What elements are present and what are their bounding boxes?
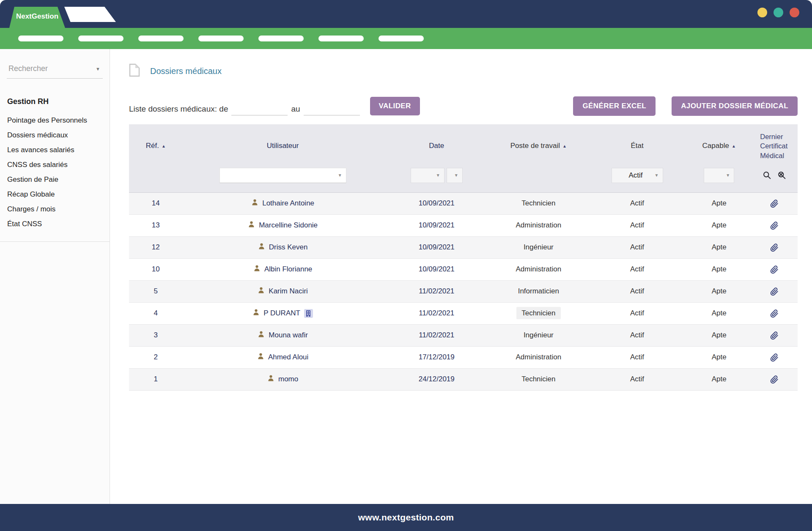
row-ref[interactable]: 12 (152, 243, 160, 251)
row-etat: Actif (587, 309, 687, 318)
paperclip-icon[interactable] (770, 199, 779, 207)
row-user-name[interactable]: Marcelline Sidonie (259, 221, 318, 230)
row-etat: Actif (587, 243, 687, 252)
row-ref[interactable]: 5 (154, 287, 158, 295)
row-poste: Informaticien (518, 287, 559, 295)
table-row[interactable]: 14 Lothaire Antoine 10/09/2021 Technicie… (129, 193, 798, 215)
row-poste: Ingénieur (524, 331, 554, 339)
sidebar-item[interactable]: CNSS des salariés (7, 157, 102, 172)
sidebar-item[interactable]: Les avances salariés (7, 142, 102, 157)
table-row[interactable]: 5 Karim Naciri 11/02/2021 Informaticien … (129, 281, 798, 303)
row-ref[interactable]: 14 (152, 199, 160, 207)
nav-pill[interactable] (379, 36, 424, 41)
row-user-name[interactable]: Lothaire Antoine (262, 199, 314, 208)
search-icon[interactable] (763, 171, 771, 180)
nav-pill[interactable] (258, 36, 304, 41)
column-header-capable[interactable]: Capable▲ (687, 142, 751, 150)
row-user-name[interactable]: P DURANT (263, 309, 300, 318)
row-ref[interactable]: 1 (154, 375, 158, 383)
date-month-filter-select[interactable]: ▼ (411, 168, 444, 183)
paperclip-icon[interactable] (770, 221, 779, 229)
row-ref[interactable]: 4 (154, 309, 158, 317)
row-ref[interactable]: 2 (154, 353, 158, 361)
row-date: 10/09/2021 (383, 221, 490, 230)
paperclip-icon[interactable] (770, 353, 779, 361)
row-user-name[interactable]: Ahmed Aloui (268, 353, 308, 361)
brand-tab[interactable]: NextGestion (9, 7, 65, 28)
row-capable: Apte (687, 375, 751, 383)
sidebar-item[interactable]: État CNSS (7, 216, 102, 231)
maximize-dot-icon[interactable] (774, 8, 783, 17)
row-user-name[interactable]: Driss Keven (269, 243, 308, 252)
table-row[interactable]: 1 momo 24/12/2019 Technicien Actif Apte (129, 369, 798, 391)
sidebar-item[interactable]: Dossiers médicaux (7, 128, 102, 142)
date-to-input[interactable] (304, 104, 360, 115)
row-user-name[interactable]: Mouna wafir (269, 331, 308, 339)
sidebar-item[interactable]: Récap Globale (7, 187, 102, 202)
sidebar-item[interactable]: Charges / mois (7, 202, 102, 216)
table-row[interactable]: 12 Driss Keven 10/09/2021 Ingénieur Acti… (129, 237, 798, 259)
paperclip-icon[interactable] (770, 309, 779, 317)
row-user-name[interactable]: Karim Naciri (269, 287, 308, 296)
chevron-down-icon: ▼ (436, 173, 444, 178)
search-input[interactable]: Rechercher ▼ (7, 62, 103, 79)
row-user-name[interactable]: Albin Florianne (264, 265, 312, 274)
row-ref[interactable]: 10 (152, 265, 160, 273)
page-head: Dossiers médicaux (129, 63, 798, 79)
table-row[interactable]: 13 Marcelline Sidonie 10/09/2021 Adminis… (129, 215, 798, 237)
person-icon (257, 353, 264, 362)
row-date: 11/02/2021 (383, 287, 490, 296)
date-from-input[interactable] (231, 104, 288, 115)
row-ref[interactable]: 3 (154, 331, 158, 339)
page-title: Dossiers médicaux (150, 66, 222, 76)
capable-filter-select[interactable]: ▼ (704, 168, 734, 183)
column-header-ref[interactable]: Réf.▲ (129, 142, 182, 150)
column-header-poste[interactable]: Poste de travail▲ (490, 142, 587, 150)
table-body: 14 Lothaire Antoine 10/09/2021 Technicie… (129, 193, 798, 391)
table-row[interactable]: 10 Albin Florianne 10/09/2021 Administra… (129, 259, 798, 281)
paperclip-icon[interactable] (770, 375, 779, 383)
person-icon (248, 221, 255, 230)
brand-name: NextGestion (16, 12, 58, 22)
etat-filter-select[interactable]: Actif ▼ (612, 168, 663, 183)
user-filter-select[interactable]: ▼ (219, 168, 346, 183)
paperclip-icon[interactable] (770, 243, 779, 251)
footer: www.nextgestion.com (0, 504, 812, 531)
row-poste: Administration (516, 353, 561, 361)
column-header-user[interactable]: Utilisateur (182, 142, 383, 150)
column-header-cert: Dernier Certificat Médical (751, 132, 798, 160)
row-capable: Apte (687, 199, 751, 208)
nav-pill[interactable] (78, 36, 123, 41)
row-date: 24/12/2019 (383, 375, 490, 383)
inactive-tab[interactable] (64, 7, 116, 22)
generate-excel-button[interactable]: GÉNÉRER EXCEL (573, 96, 656, 116)
paperclip-icon[interactable] (770, 331, 779, 339)
column-header-date[interactable]: Date (383, 142, 490, 150)
table-row[interactable]: 4 P DURANT (129, 303, 798, 325)
nav-pill[interactable] (18, 36, 63, 41)
row-poste: Technicien (516, 307, 560, 319)
sort-asc-icon: ▲ (562, 144, 567, 148)
date-year-filter-select[interactable]: ▼ (447, 168, 463, 183)
row-poste: Administration (516, 221, 561, 229)
person-icon (267, 375, 274, 384)
column-header-etat[interactable]: État (587, 142, 687, 150)
paperclip-icon[interactable] (770, 287, 779, 295)
row-ref[interactable]: 13 (152, 221, 160, 229)
paperclip-icon[interactable] (770, 265, 779, 273)
minimize-dot-icon[interactable] (757, 8, 767, 17)
add-dossier-button[interactable]: AJOUTER DOSSIER MÉDICAL (672, 96, 798, 116)
sidebar-item[interactable]: Pointage des Personnels (7, 113, 102, 128)
close-dot-icon[interactable] (790, 8, 799, 17)
search-off-icon[interactable] (777, 171, 786, 180)
nav-pill[interactable] (318, 36, 364, 41)
row-poste: Technicien (521, 375, 555, 383)
row-etat: Actif (587, 221, 687, 230)
table-row[interactable]: 2 Ahmed Aloui 17/12/2019 Administration … (129, 347, 798, 369)
nav-pill[interactable] (198, 36, 244, 41)
row-user-name[interactable]: momo (278, 375, 298, 383)
sidebar-item[interactable]: Gestion de Paie (7, 172, 102, 187)
nav-pill[interactable] (138, 36, 184, 41)
valider-button[interactable]: VALIDER (370, 97, 420, 115)
table-row[interactable]: 3 Mouna wafir 11/02/2021 Ingénieur Actif… (129, 325, 798, 347)
